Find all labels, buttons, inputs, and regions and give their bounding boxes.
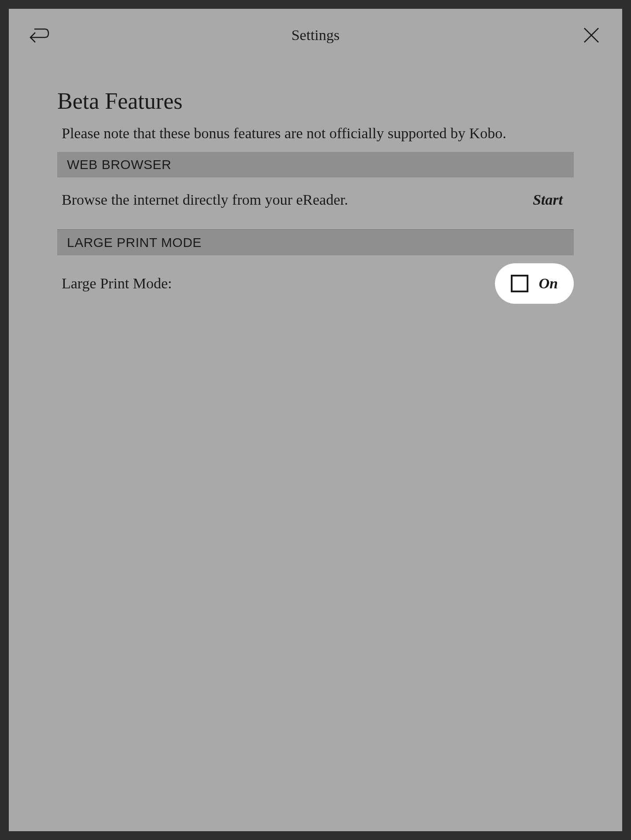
web-browser-start-button[interactable]: Start — [533, 192, 569, 208]
large-print-row: Large Print Mode: On — [57, 255, 574, 312]
back-arrow-icon — [29, 26, 50, 44]
header-bar: Settings — [9, 9, 622, 57]
header-title: Settings — [292, 27, 340, 44]
large-print-toggle[interactable]: On — [495, 263, 574, 304]
settings-screen: Settings Beta Features Please note that … — [9, 9, 622, 831]
back-button[interactable] — [29, 24, 51, 46]
toggle-value-label: On — [539, 275, 558, 292]
web-browser-description: Browse the internet directly from your e… — [62, 192, 348, 208]
content-area: Beta Features Please note that these bon… — [9, 88, 622, 312]
large-print-section-header: LARGE PRINT MODE — [57, 230, 574, 255]
close-button[interactable] — [580, 24, 602, 46]
close-icon — [583, 26, 600, 44]
large-print-label: Large Print Mode: — [62, 275, 172, 292]
page-title: Beta Features — [57, 88, 574, 114]
page-description: Please note that these bonus features ar… — [57, 123, 574, 144]
checkbox-icon — [511, 275, 528, 292]
web-browser-row: Browse the internet directly from your e… — [57, 177, 574, 230]
web-browser-section-header: WEB BROWSER — [57, 152, 574, 177]
